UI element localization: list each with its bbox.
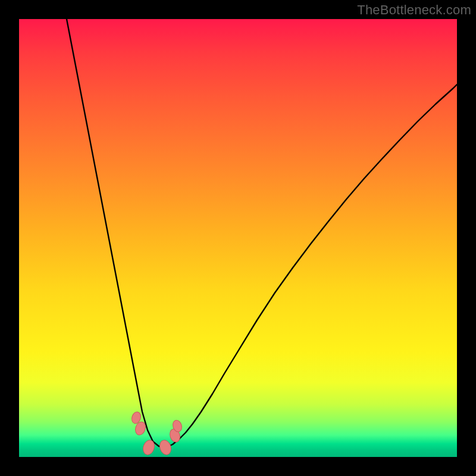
watermark-text: TheBottleneck.com — [357, 2, 471, 18]
marker-point — [142, 439, 156, 456]
marker-point — [158, 439, 173, 456]
curve-line — [67, 19, 457, 447]
chart-plot-area — [19, 19, 457, 457]
chart-svg — [19, 19, 457, 457]
